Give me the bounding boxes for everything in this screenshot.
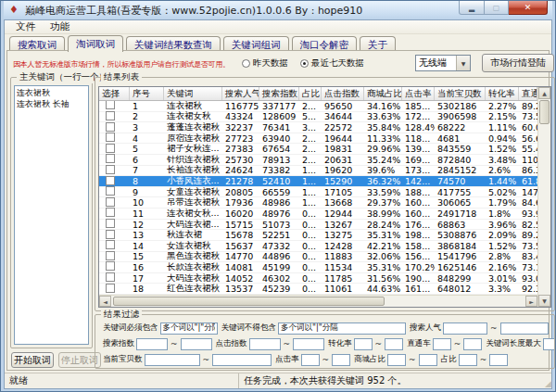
checkbox-cell xyxy=(99,186,130,197)
horizontal-scroll-thumb[interactable] xyxy=(113,297,385,306)
vertical-scrollbar[interactable]: ▲ ▼ xyxy=(537,87,550,307)
row-checkbox[interactable] xyxy=(106,101,115,109)
cell: 1... xyxy=(299,176,322,186)
row-checkbox[interactable] xyxy=(106,176,115,185)
radio-label: 最近七天数据 xyxy=(311,57,364,70)
scroll-left-icon[interactable]: ◄ xyxy=(99,296,111,307)
row-checkbox[interactable] xyxy=(106,251,115,260)
table-row[interactable]: 18红色连衣裙秋13537452390...1106144.63%161...6… xyxy=(99,284,537,295)
market-login-button[interactable]: 市场行情登陆 xyxy=(482,54,554,72)
radio-icon[interactable] xyxy=(300,59,309,68)
column-header-4[interactable]: 搜索指数 xyxy=(259,87,299,100)
scroll-up-icon[interactable]: ▲ xyxy=(538,87,550,99)
filter-input-min[interactable] xyxy=(136,338,168,350)
row-checkbox[interactable] xyxy=(106,144,115,153)
radio-option-0[interactable]: 昨天数据 xyxy=(242,57,288,70)
tab-5[interactable]: 关于 xyxy=(360,36,396,51)
filter-input-min[interactable] xyxy=(443,322,487,335)
filter-input-max[interactable] xyxy=(489,354,508,366)
row-checkbox[interactable] xyxy=(106,219,115,228)
column-header-6[interactable]: 点击指数 xyxy=(322,87,364,100)
vertical-scroll-thumb[interactable] xyxy=(539,100,550,124)
scroll-down-icon[interactable]: ▼ xyxy=(538,295,550,307)
filter-input-min[interactable] xyxy=(145,354,200,366)
cell: 0... xyxy=(299,251,322,261)
row-checkbox[interactable] xyxy=(106,133,115,142)
filter-input-max[interactable] xyxy=(332,354,350,366)
scroll-right-icon[interactable]: ► xyxy=(525,296,537,307)
keywords-textarea[interactable]: 连衣裙秋 连衣裙秋 长袖 xyxy=(14,85,89,345)
checkbox-cell xyxy=(99,197,130,209)
filter-input-max[interactable] xyxy=(463,338,482,350)
menu-item-1[interactable]: 功能 xyxy=(43,20,77,33)
minimize-button[interactable]: ▂ xyxy=(459,1,485,15)
filter-input-min[interactable] xyxy=(354,338,373,350)
tab-2[interactable]: 关键词结果数查询 xyxy=(126,36,221,51)
filter-input-min[interactable] xyxy=(301,354,320,366)
column-header-5[interactable]: 占比 xyxy=(299,87,322,100)
cell: 27723 xyxy=(222,133,259,144)
checkbox-cell xyxy=(99,101,130,111)
column-header-11[interactable]: 直通车 xyxy=(519,87,537,100)
filter-input[interactable] xyxy=(278,322,406,335)
filter-input[interactable] xyxy=(160,322,218,335)
filter-input-max[interactable] xyxy=(500,322,549,335)
dropdown-value: 无线端 xyxy=(416,57,456,70)
filter-input[interactable] xyxy=(543,338,554,350)
filter-input-max[interactable] xyxy=(293,338,324,350)
tab-0[interactable]: 搜索取词 xyxy=(9,36,65,51)
row-checkbox[interactable] xyxy=(106,208,115,217)
filter-input-min[interactable] xyxy=(433,338,451,350)
menu-item-0[interactable]: 文件 xyxy=(8,20,43,33)
tab-4[interactable]: 淘口令解密 xyxy=(292,36,358,51)
row-checkbox[interactable] xyxy=(106,165,115,174)
column-header-2[interactable]: 关键词 xyxy=(164,87,222,100)
column-header-8[interactable]: 点击率 xyxy=(402,87,435,100)
column-header-0[interactable]: 选择 xyxy=(99,87,130,100)
column-header-1[interactable]: 序号 xyxy=(130,87,164,100)
row-checkbox[interactable] xyxy=(106,111,115,120)
range-separator: ~ xyxy=(203,355,210,364)
close-button[interactable]: ✕ xyxy=(509,1,548,15)
tab-1[interactable]: 淘词取词 xyxy=(68,35,123,52)
resize-grip-icon[interactable]: ◢ xyxy=(538,373,551,388)
cell: 13 xyxy=(130,230,164,240)
radio-option-1[interactable]: 最近七天数据 xyxy=(300,57,364,70)
horizontal-scrollbar[interactable]: ◄ ► xyxy=(99,295,537,307)
row-checkbox[interactable] xyxy=(106,186,115,196)
row-checkbox[interactable] xyxy=(106,230,115,239)
filter-input-min[interactable] xyxy=(249,338,281,350)
filter-input-max[interactable] xyxy=(181,338,212,350)
filter-input-min[interactable] xyxy=(459,354,477,366)
column-header-3[interactable]: 搜索人气 xyxy=(222,87,259,100)
title-bar[interactable]: ♦ 巅峰电商运营工具箱(吾爱专版：www.52pojie.cn)1.0.0.6 … xyxy=(4,1,552,19)
row-checkbox[interactable] xyxy=(106,154,115,163)
maximize-button[interactable]: ▢ xyxy=(485,1,509,15)
cell: 78913 xyxy=(259,155,299,165)
row-checkbox[interactable] xyxy=(106,261,115,271)
start-fetch-button[interactable]: 开始取词 xyxy=(11,352,54,368)
cell: 44896 xyxy=(259,251,299,261)
wireless-dropdown[interactable]: 无线端 ▼ xyxy=(415,55,471,71)
row-checkbox[interactable] xyxy=(106,240,115,249)
row-checkbox[interactable] xyxy=(106,197,115,207)
cell: 24624 xyxy=(222,165,259,175)
chevron-down-icon[interactable]: ▼ xyxy=(456,56,470,70)
tab-3[interactable]: 关键词组词 xyxy=(223,36,289,51)
column-header-9[interactable]: 当前宝贝数 xyxy=(435,87,486,100)
checkbox-cell xyxy=(99,284,130,295)
row-checkbox[interactable] xyxy=(106,284,115,293)
filter-input-min[interactable] xyxy=(387,354,406,366)
column-header-7[interactable]: 商城占比 xyxy=(364,87,402,100)
filter-input-max[interactable] xyxy=(385,338,403,350)
filter-input-max[interactable] xyxy=(212,354,272,366)
row-checkbox[interactable] xyxy=(106,272,115,282)
row-checkbox[interactable] xyxy=(106,122,115,132)
cell: 2 xyxy=(130,111,164,121)
filter-input-max[interactable] xyxy=(419,354,437,366)
filter-label: 搜索指数 xyxy=(103,338,134,349)
cell: 36.32% xyxy=(364,176,402,186)
column-header-10[interactable]: 转化率 xyxy=(486,87,519,100)
radio-icon[interactable] xyxy=(242,59,250,68)
cell: 67654 xyxy=(259,144,299,154)
